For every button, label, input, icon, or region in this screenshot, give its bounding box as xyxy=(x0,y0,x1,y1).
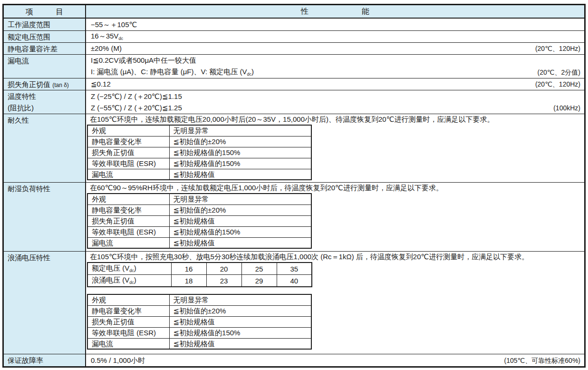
criteria-row: 外观无明显异常 xyxy=(87,125,311,136)
criteria-value-cell: ≦初始值的±20% xyxy=(169,136,311,147)
impedance-ratio-line1: Z (−25℃) / Z (＋20℃)≦1.15 xyxy=(91,91,579,102)
row-tan-delta: 损失角正切值 (tan δ) ≦0.12 (20℃、120Hz) xyxy=(4,78,584,90)
row-label-tan-delta: 损失角正切值 (tan δ) xyxy=(4,78,86,90)
table-header-row: 项 目 性 能 xyxy=(4,5,584,19)
operating-temp-range-value: −55～＋105℃ xyxy=(91,19,579,30)
row-leakage-current: 漏电流 I≦0.2CV或者500μA中任一较大值 I: 漏电流 (μA)、C: … xyxy=(4,55,584,78)
rated-voltage-range-main: 16～35V xyxy=(91,32,118,40)
criteria-row: 等效串联电阻 (ESR)≦初始规格值的150% xyxy=(87,226,311,237)
surge-value-cell: 23 xyxy=(206,275,241,287)
criteria-row: 静电容量变化率≦初始值的±20% xyxy=(87,305,311,316)
surge-row-label-text: 额定电压 (V xyxy=(92,264,129,272)
surge-row-label: 额定电压 (Vdc) xyxy=(87,263,171,275)
row-label-leakage-current: 漏电流 xyxy=(4,55,86,78)
row-label-rated-voltage-range: 额定电压范围 xyxy=(4,31,86,42)
row-value-tan-delta: ≦0.12 (20℃、120Hz) xyxy=(86,78,584,90)
surge-voltage-row: 浪涌电压 (Vdc) 18 23 29 40 xyxy=(87,275,312,287)
surge-value-cell: 18 xyxy=(171,275,206,287)
row-value-guaranteed-failure-rate: 0.5% / 1,000小时 (105℃、可靠性标准60%) xyxy=(86,354,584,366)
criteria-value-cell: ≦初始规格值 xyxy=(169,215,311,226)
row-label-operating-temp-range: 工作温度范围 xyxy=(4,19,86,30)
row-value-rated-voltage-range: 16～35Vdc xyxy=(86,31,584,42)
criteria-row: 损失角正切值≦初始规格值 xyxy=(87,215,311,226)
criteria-value-cell: ≦初始规格值 xyxy=(169,338,311,349)
row-label-humidity-load: 耐湿负荷特性 xyxy=(4,183,86,251)
row-value-temperature-characteristics: Z (−25℃) / Z (＋20℃)≦1.15 Z (−55℃) / Z (＋… xyxy=(86,90,584,114)
criteria-row: 外观无明显异常 xyxy=(87,194,311,204)
tan-delta-label: 损失角正切值 (tan δ) xyxy=(8,79,81,91)
criteria-name-cell: 静电容量变化率 xyxy=(87,305,169,316)
row-endurance: 耐久性 在105℃环境中，连续加载额定电压20,000小时后(20～35V，15… xyxy=(4,114,584,183)
endurance-test-condition: 在105℃环境中，连续加载额定电压20,000小时后(20～35V，15,000… xyxy=(86,114,584,125)
row-capacitance-tolerance: 静电容量容许差 ±20% (M) (20℃、120Hz) xyxy=(4,43,584,55)
vdc-subscript: dc xyxy=(247,72,251,77)
criteria-row: 损失角正切值≦初始规格值的150% xyxy=(87,147,311,158)
vdc-subscript: dc xyxy=(129,268,134,273)
row-value-leakage-current: I≦0.2CV或者500μA中任一较大值 I: 漏电流 (μA)、C: 静电容量… xyxy=(86,55,584,78)
surge-value-cell: 20 xyxy=(206,263,241,275)
row-rated-voltage-range: 额定电压范围 16～35Vdc xyxy=(4,31,584,43)
criteria-value-cell: ≦初始规格值的150% xyxy=(169,226,311,237)
criteria-row: 漏电流≦初始规格值 xyxy=(87,169,311,180)
leakage-current-formula: I≦0.2CV或者500μA中任一较大值 xyxy=(91,55,579,66)
surge-row-label-close: ) xyxy=(134,276,136,284)
surge-criteria-table: 外观无明显异常 静电容量变化率≦初始值的±20% 损失角正切值≦初始规格值 等效… xyxy=(87,294,312,350)
surge-value-cell: 16 xyxy=(171,263,206,275)
surge-voltage-table: 额定电压 (Vdc) 16 20 25 35 浪涌电压 (Vdc) 18 23 … xyxy=(87,262,312,287)
tan-delta-label-text: 损失角正切值 xyxy=(8,80,50,88)
capacitance-tolerance-condition: (20℃、120Hz) xyxy=(535,44,580,54)
criteria-row: 漏电流≦初始规格值 xyxy=(87,338,311,349)
row-value-operating-temp-range: −55～＋105℃ xyxy=(86,19,584,30)
criteria-value-cell: ≦初始规格值的150% xyxy=(169,327,311,338)
criteria-name-cell: 损失角正切值 xyxy=(87,215,169,226)
column-header-performance: 性 能 xyxy=(86,5,584,18)
criteria-name-cell: 漏电流 xyxy=(87,237,169,248)
criteria-value-cell: ≦初始规格值的150% xyxy=(169,158,311,169)
endurance-criteria-table: 外观无明显异常 静电容量变化率≦初始值的±20% 损失角正切值≦初始规格值的15… xyxy=(87,125,312,180)
row-operating-temp-range: 工作温度范围 −55～＋105℃ xyxy=(4,19,584,31)
criteria-value-cell: 无明显异常 xyxy=(169,294,311,305)
column-header-item: 项 目 xyxy=(4,5,86,18)
criteria-name-cell: 漏电流 xyxy=(87,169,169,180)
row-guaranteed-failure-rate: 保证故障率 0.5% / 1,000小时 (105℃、可靠性标准60%) xyxy=(4,354,584,366)
criteria-value-cell: ≦初始规格值 xyxy=(169,237,311,248)
criteria-name-cell: 漏电流 xyxy=(87,338,169,349)
row-label-temperature-characteristics: 温度特性 (阻抗比) xyxy=(4,90,86,114)
criteria-row: 外观无明显异常 xyxy=(87,294,311,305)
criteria-value-cell: ≦初始值的±20% xyxy=(169,305,311,316)
row-humidity-load: 耐湿负荷特性 在60℃90～95%RH环境中，连续加载额定电压1,000小时后，… xyxy=(4,183,584,252)
criteria-name-cell: 等效串联电阻 (ESR) xyxy=(87,226,169,237)
criteria-value-cell: 无明显异常 xyxy=(169,125,311,136)
criteria-value-cell: ≦初始值的±20% xyxy=(169,204,311,215)
row-value-capacitance-tolerance: ±20% (M) (20℃、120Hz) xyxy=(86,43,584,54)
rated-voltage-range-value: 16～35Vdc xyxy=(91,31,579,42)
row-label-endurance: 耐久性 xyxy=(4,114,86,182)
surge-row-label-text: 浪涌电压 (V xyxy=(92,276,129,284)
criteria-value-cell: ≦初始规格值的150% xyxy=(169,147,311,158)
criteria-value-cell: ≦初始规格值 xyxy=(169,169,311,180)
criteria-row: 静电容量变化率≦初始值的±20% xyxy=(87,136,311,147)
tan-delta-value: ≦0.12 xyxy=(91,78,579,90)
temp-char-condition: (100kHz) xyxy=(553,103,580,113)
criteria-value-cell: ≦初始规格值 xyxy=(169,316,311,327)
criteria-row: 等效串联电阻 (ESR)≦初始规格值的150% xyxy=(87,158,311,169)
leakage-legend-text: I: 漏电流 (μA)、C: 静电容量 (μF)、V: 额定电压 (V xyxy=(91,68,247,76)
criteria-name-cell: 静电容量变化率 xyxy=(87,136,169,147)
criteria-name-cell: 静电容量变化率 xyxy=(87,204,169,215)
leakage-legend-close: ) xyxy=(251,68,254,76)
criteria-row: 等效串联电阻 (ESR)≦初始规格值的150% xyxy=(87,327,311,338)
tan-delta-symbol: (tan δ) xyxy=(52,82,69,88)
surge-value-cell: 29 xyxy=(241,275,277,287)
failure-rate-condition: (105℃、可靠性标准60%) xyxy=(504,355,580,365)
tan-delta-condition: (20℃、120Hz) xyxy=(535,79,580,89)
criteria-value-cell: 无明显异常 xyxy=(169,194,311,204)
criteria-name-cell: 外观 xyxy=(87,194,169,204)
row-surge-voltage: 浪涌电压特性 在105℃环境中，按照充电30秒、放电5分30秒连续加载浪涌电压1… xyxy=(4,252,584,354)
surge-value-cell: 35 xyxy=(277,263,312,275)
row-temperature-characteristics: 温度特性 (阻抗比) Z (−25℃) / Z (＋20℃)≦1.15 Z (−… xyxy=(4,90,584,114)
row-value-surge-voltage: 在105℃环境中，按照充电30秒、放电5分30秒连续加载浪涌电压1,000次 (… xyxy=(86,252,584,354)
surge-rated-voltage-row: 额定电压 (Vdc) 16 20 25 35 xyxy=(87,263,312,275)
row-value-endurance: 在105℃环境中，连续加载额定电压20,000小时后(20～35V，15,000… xyxy=(86,114,584,182)
row-label-capacitance-tolerance: 静电容量容许差 xyxy=(4,43,86,54)
humidity-criteria-table: 外观无明显异常 静电容量变化率≦初始值的±20% 损失角正切值≦初始规格值 等效… xyxy=(87,193,312,249)
